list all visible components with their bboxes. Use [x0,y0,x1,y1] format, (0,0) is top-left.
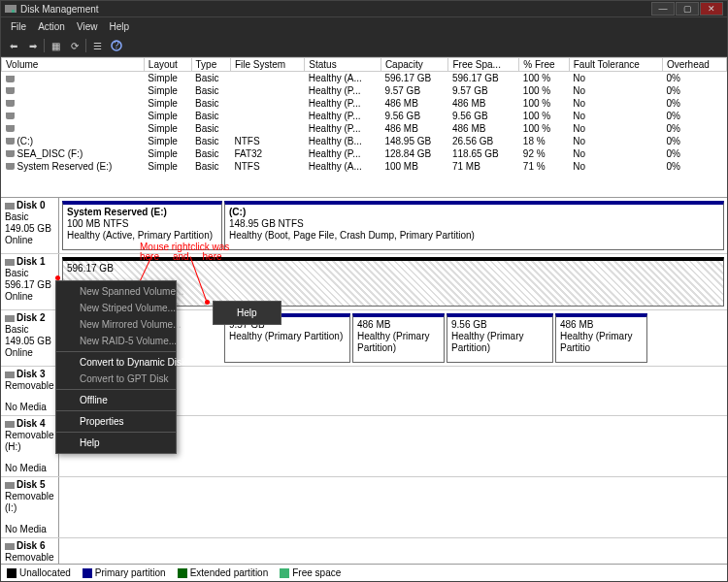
volume-row[interactable]: System Reserved (E:)SimpleBasicNTFSHealt… [2,160,727,173]
column-header[interactable]: Volume [2,58,145,72]
column-header[interactable]: Overhead [662,58,726,72]
column-header[interactable]: File System [230,58,304,72]
disk-icon [5,372,15,378]
no-media [62,541,724,564]
partition-c[interactable]: (C:) 148.95 GB NTFS Healthy (Boot, Page … [224,201,724,250]
menu-separator [56,351,176,352]
menubar: File Action View Help [0,17,728,35]
list-icon[interactable]: ☰ [88,37,106,54]
legend-item: Primary partition [83,567,166,578]
column-header[interactable]: Layout [144,58,191,72]
context-menu: New Spanned Volume...New Striped Volume.… [55,280,177,454]
separator [44,39,45,52]
menu-separator [56,389,176,390]
legend-item: Extended partition [178,567,269,578]
column-header[interactable]: Status [305,58,381,72]
menu-item: Convert to GPT Disk [56,371,176,387]
refresh-icon[interactable]: ⟳ [66,37,83,54]
help-icon[interactable]: ? [108,37,125,54]
svg-rect-0 [5,5,17,13]
disk-label: Disk 3 Removable No Media [1,367,59,415]
partition[interactable]: 486 MBHealthy (Primary Partition) [352,313,445,363]
app-icon [5,3,17,15]
disk-label: Disk 2 Basic 149.05 GB Online [1,310,59,366]
volume-row[interactable]: SimpleBasicHealthy (P...9.57 GB9.57 GB10… [2,84,727,97]
disk-row-6[interactable]: Disk 6 Removable (J:) No Media [1,538,727,564]
menu-item: New Mirrored Volume... [56,316,176,333]
volume-row[interactable]: SimpleBasicHealthy (P...486 MB486 MB100 … [2,97,727,110]
annotation-text: here and here [140,251,222,262]
toolbar: ⬅ ➡ ▦ ⟳ ☰ ? [0,35,728,56]
menu-separator [56,410,176,411]
partition[interactable]: 9.56 GBHealthy (Primary Partition) [447,313,553,363]
legend-item: Free space [280,567,341,578]
separator [85,39,86,52]
disk-row-5[interactable]: Disk 5 Removable (I:) No Media [1,477,727,538]
titlebar: Disk Management — ▢ ✕ [0,0,728,17]
volume-row[interactable]: SimpleBasicHealthy (P...9.56 GB9.56 GB10… [2,110,727,122]
svg-rect-1 [12,10,15,13]
legend: UnallocatedPrimary partitionExtended par… [1,564,727,581]
back-icon[interactable]: ⬅ [5,37,22,54]
maximize-button[interactable]: ▢ [676,2,699,16]
volume-row[interactable]: (C:)SimpleBasicNTFSHealthy (B...148.95 G… [2,135,727,147]
volume-row[interactable]: SimpleBasicHealthy (P...486 MB486 MB100 … [2,122,727,135]
close-button[interactable]: ✕ [700,2,723,16]
view-icon[interactable]: ▦ [47,37,64,54]
disk-icon [5,203,15,210]
menu-item: New RAID-5 Volume... [56,333,176,349]
column-header[interactable]: % Free [519,58,569,72]
volume-row[interactable]: SEA_DISC (F:)SimpleBasicFAT32Healthy (P.… [2,147,727,160]
volume-list-pane: VolumeLayoutTypeFile SystemStatusCapacit… [1,57,727,198]
annotation-dot [205,300,210,305]
no-media [62,480,724,534]
disk-label: Disk 4 Removable (H:) No Media [1,416,59,476]
menu-help[interactable]: Help [103,21,135,32]
menu-file[interactable]: File [5,21,32,32]
column-header[interactable]: Fault Tolerance [569,58,662,72]
menu-item: New Striped Volume... [56,300,176,316]
menu-separator [56,432,176,433]
titlebar-title: Disk Management [20,4,99,15]
disk-graphic-pane: Disk 0 Basic 149.05 GB Online System Res… [1,198,727,564]
volume-table: VolumeLayoutTypeFile SystemStatusCapacit… [1,57,727,173]
menu-item[interactable]: Properties [56,413,176,430]
disk-label: Disk 5 Removable (I:) No Media [1,477,59,537]
disk-icon [5,421,15,428]
disk-label: Disk 1 Basic 596.17 GB Online [1,254,59,309]
partition[interactable]: 486 MBHealthy (Primary Partitio [555,313,647,363]
menu-item: New Spanned Volume... [56,283,176,300]
menu-view[interactable]: View [71,21,104,32]
disk-label: Disk 6 Removable (J:) No Media [1,538,59,564]
minimize-button[interactable]: — [651,2,675,16]
disk-icon [5,259,15,266]
column-header[interactable]: Type [191,58,230,72]
disk-row-0[interactable]: Disk 0 Basic 149.05 GB Online System Res… [1,198,727,254]
submenu-help[interactable]: Help [213,301,281,325]
forward-icon[interactable]: ➡ [24,37,42,54]
svg-text:?: ? [114,40,119,50]
disk-label: Disk 0 Basic 149.05 GB Online [1,198,59,253]
disk-icon [5,543,15,550]
menu-action[interactable]: Action [32,21,71,32]
column-header[interactable]: Capacity [381,58,448,72]
menu-item[interactable]: Help [56,435,176,451]
menu-item[interactable]: Convert to Dynamic Disk... [56,354,176,371]
menu-item[interactable]: Offline [56,392,176,408]
disk-icon [5,315,15,322]
disk-icon [5,482,15,489]
volume-row[interactable]: SimpleBasicHealthy (A...596.17 GB596.17 … [2,72,727,84]
column-header[interactable]: Free Spa... [448,58,519,72]
legend-item: Unallocated [7,567,71,578]
content-area: VolumeLayoutTypeFile SystemStatusCapacit… [0,56,728,582]
